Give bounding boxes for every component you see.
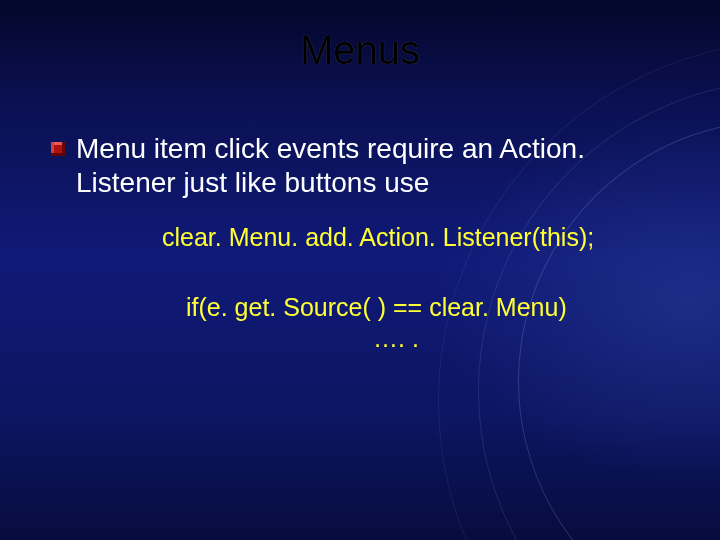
bullet-item: Menu item click events require an Action…: [50, 132, 670, 200]
code-gap: [162, 254, 670, 292]
code-line-3: …. .: [122, 323, 670, 354]
code-line-2: if(e. get. Source( ) == clear. Menu): [162, 292, 670, 323]
bullet-icon: [50, 141, 66, 161]
slide-title: Menus: [0, 28, 720, 73]
slide-body: Menu item click events require an Action…: [50, 132, 670, 354]
bullet-text: Menu item click events require an Action…: [76, 132, 670, 200]
code-line-1: clear. Menu. add. Action. Listener(this)…: [162, 222, 670, 253]
svg-rect-4: [51, 153, 65, 156]
code-block: clear. Menu. add. Action. Listener(this)…: [50, 222, 670, 354]
slide: Menus Menu item click events require an …: [0, 0, 720, 540]
